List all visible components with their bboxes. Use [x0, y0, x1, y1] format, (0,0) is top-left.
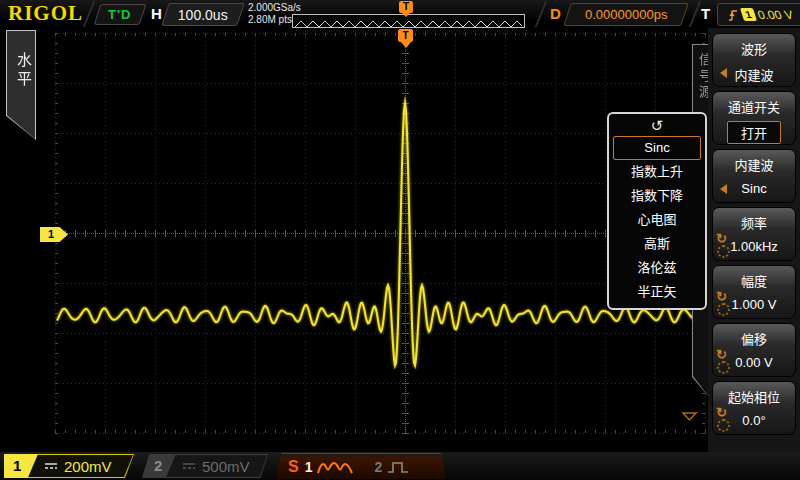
menu-button[interactable]: 内建波Sinc — [712, 149, 796, 203]
channel1-coupling-icon — [44, 461, 58, 471]
delay-label: D — [550, 5, 561, 22]
popup-item[interactable]: 洛伦兹 — [613, 256, 701, 280]
popup-item[interactable]: 高斯 — [613, 232, 701, 256]
trigger-slope-icon — [728, 8, 739, 22]
menu-button-value: 1.000 V — [732, 297, 777, 312]
menu-button-value: 1.00kHz — [730, 239, 778, 254]
popup-item-list: Sinc指数上升指数下降心电图高斯洛伦兹半正矢 — [609, 136, 705, 304]
menu-button-label: 内建波 — [713, 155, 795, 174]
menu-button-value: 打开 — [727, 121, 781, 144]
source2-square-wave-icon[interactable] — [386, 458, 414, 476]
popup-item[interactable]: 心电图 — [613, 208, 701, 232]
trigger-status-text: T'D — [108, 7, 131, 22]
menu-button[interactable]: 频率↻1.00kHz — [712, 207, 796, 261]
menu-button[interactable]: 幅度↻1.000 V — [712, 265, 796, 319]
trigger-status-badge: T'D — [94, 4, 147, 25]
knob-rotate-icon: ↻ — [716, 405, 727, 420]
trigger-position-marker[interactable]: T — [398, 29, 413, 42]
knob-dial-icon — [717, 245, 730, 258]
menu-button-label: 频率 — [713, 213, 795, 232]
menu-button-label: 起始相位 — [713, 387, 795, 406]
trigger-source-badge: 1 — [740, 8, 757, 21]
popup-reset-icon[interactable]: ↺ — [609, 116, 705, 136]
separator — [535, 1, 548, 27]
timebase-value[interactable]: 100.0us — [161, 3, 244, 26]
popup-item[interactable]: Sinc — [613, 136, 701, 160]
top-status-bar: RIGOL T'D H 100.0us 2.000GSa/s 2.80M pts… — [0, 0, 800, 28]
source1-number[interactable]: 1 — [305, 459, 313, 475]
channel2-scale: 500mV — [202, 458, 250, 475]
trigger-settings-box[interactable]: 1 0.00 V — [717, 3, 800, 26]
menu-button-value: Sinc — [741, 181, 766, 196]
menu-button[interactable]: 偏移↻0.00 V — [712, 323, 796, 377]
source-label: S — [288, 458, 299, 476]
submenu-arrow-icon — [720, 184, 727, 194]
knob-rotate-icon: ↻ — [716, 231, 727, 246]
knob-dial-icon — [717, 303, 730, 316]
menu-button[interactable]: 起始相位↻0.0° — [712, 381, 796, 435]
source-block: S 1 2 — [276, 453, 446, 479]
knob-rotate-icon: ↻ — [716, 289, 727, 304]
submenu-arrow-icon — [720, 68, 727, 78]
horizontal-tab-label: 水平 — [13, 52, 34, 90]
popup-item[interactable]: 指数下降 — [613, 184, 701, 208]
menu-button[interactable]: 波形内建波 — [712, 33, 796, 87]
channel2-block[interactable]: 2 500mV — [142, 454, 268, 478]
knob-dial-icon — [717, 419, 730, 432]
sample-rate: 2.000GSa/s — [248, 2, 301, 14]
horizontal-label: H — [151, 5, 162, 22]
memory-trigger-marker[interactable]: T — [399, 1, 413, 13]
menu-button-label: 通道开关 — [713, 97, 795, 116]
menu-button-label: 波形 — [713, 39, 795, 58]
source1-sinc-wave-icon[interactable] — [316, 457, 356, 477]
rigol-logo: RIGOL — [8, 1, 83, 26]
knob-dial-icon — [717, 361, 730, 374]
menu-button[interactable]: 通道开关打开 — [712, 91, 796, 145]
separator — [689, 1, 702, 27]
bottom-status-bar: 1 200mV 2 500mV S 1 2 — [0, 452, 800, 480]
waveform-select-popup: ↺ Sinc指数上升指数下降心电图高斯洛伦兹半正矢 — [607, 112, 707, 310]
timebase-text: 100.0us — [178, 7, 228, 23]
menu-button-label: 偏移 — [713, 329, 795, 348]
channel1-scale: 200mV — [64, 458, 112, 475]
horizontal-menu-tab[interactable]: 水平 — [6, 30, 36, 140]
trigger-label: T — [701, 5, 710, 22]
channel2-coupling-icon — [182, 461, 196, 471]
channel1-block[interactable]: 1 200mV — [4, 454, 134, 478]
source2-number[interactable]: 2 — [374, 459, 382, 475]
delay-value[interactable]: 0.00000000ps — [563, 3, 688, 26]
delay-text: 0.00000000ps — [585, 7, 667, 22]
menu-page-arrow-icon — [681, 411, 699, 422]
trigger-level-value: 0.00 V — [756, 8, 795, 22]
menu-button-value: 0.0° — [742, 413, 765, 428]
popup-item[interactable]: 指数上升 — [613, 160, 701, 184]
menu-button-label: 幅度 — [713, 271, 795, 290]
menu-panel: 波形内建波通道开关打开内建波Sinc频率↻1.00kHz幅度↻1.000 V偏移… — [708, 28, 800, 452]
menu-button-value: 内建波 — [734, 65, 773, 84]
menu-button-value: 0.00 V — [735, 355, 773, 370]
popup-item[interactable]: 半正矢 — [613, 280, 701, 304]
knob-rotate-icon: ↻ — [716, 347, 727, 362]
